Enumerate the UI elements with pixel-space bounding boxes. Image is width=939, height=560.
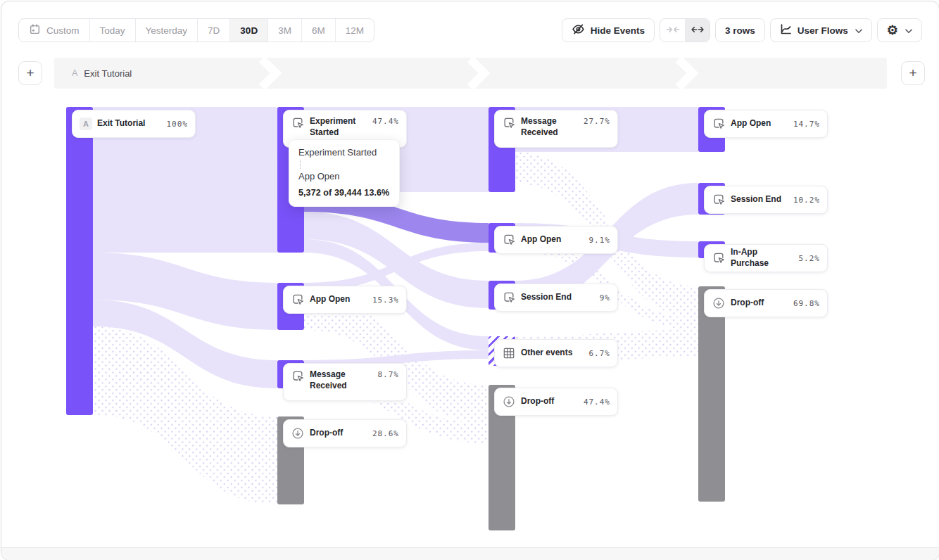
date-range-label: 12M xyxy=(346,25,364,36)
flow-node-message-received-3[interactable]: Message Received27.7% xyxy=(494,110,618,148)
footer-strip xyxy=(1,547,939,560)
flow-node-in-app-purchase-4[interactable]: In-App Purchase5.2% xyxy=(704,244,828,272)
flow-node-app-open-2[interactable]: App Open15.3% xyxy=(283,286,407,314)
event-cursor-click-icon xyxy=(291,116,305,130)
node-label: Message Received xyxy=(310,369,373,391)
other-events-grid-icon xyxy=(502,346,516,360)
expand-columns-button[interactable] xyxy=(685,19,710,42)
flow-node-session-end-3[interactable]: Session End9% xyxy=(494,284,618,312)
tooltip-stat: 5,372 of 39,444 13.6% xyxy=(298,188,390,198)
add-step-right-button[interactable]: + xyxy=(901,61,925,85)
flow-bar-drop-off-4[interactable] xyxy=(698,286,725,502)
flow-bar-exit-tutorial[interactable] xyxy=(66,107,93,415)
event-cursor-click-icon xyxy=(502,116,516,130)
flow-node-drop-off-4[interactable]: Drop-off69.8% xyxy=(704,289,828,317)
event-cursor-click-icon xyxy=(712,117,726,131)
node-label: Experiment Started xyxy=(310,116,367,138)
expand-arrows-icon xyxy=(691,24,705,37)
date-range-label: 7D xyxy=(208,25,220,36)
toolbar: CustomTodayYesterday7D30D3M6M12M Hide Ev… xyxy=(18,18,922,42)
user-flows-window: AExit Tutorial100%Experiment Started47.4… xyxy=(1,1,939,560)
user-flows-chart-icon xyxy=(780,23,792,37)
node-percentage: 5.2% xyxy=(799,254,821,263)
node-label: Session End xyxy=(731,194,788,205)
gear-icon: ⚙ xyxy=(887,24,898,37)
date-range-7d[interactable]: 7D xyxy=(198,19,230,42)
step-a-item[interactable]: A Exit Tutorial xyxy=(72,58,132,89)
flow-node-app-open-4[interactable]: App Open14.7% xyxy=(704,110,828,138)
chevron-down-icon xyxy=(905,25,912,36)
tooltip-from-event: Experiment Started xyxy=(298,147,390,158)
event-cursor-click-icon xyxy=(712,193,726,207)
view-type-label: User Flows xyxy=(798,25,848,36)
date-range-6m[interactable]: 6M xyxy=(302,19,336,42)
step-name: Exit Tutorial xyxy=(84,68,132,79)
step-separator-chevron xyxy=(257,58,282,91)
flow-tooltip: Experiment Started App Open 5,372 of 39,… xyxy=(289,139,400,207)
node-percentage: 69.8% xyxy=(793,299,820,308)
node-label: Drop-off xyxy=(310,428,367,439)
date-range-label: Yesterday xyxy=(146,25,188,36)
settings-dropdown[interactable]: ⚙ xyxy=(877,18,922,42)
node-label: App Open xyxy=(521,234,584,246)
node-percentage: 8.7% xyxy=(378,370,400,379)
node-label: Other events xyxy=(521,348,584,359)
add-step-left-button[interactable]: + xyxy=(18,61,42,85)
flow-node-message-received-2[interactable]: Message Received8.7% xyxy=(283,363,407,401)
eye-off-icon xyxy=(572,23,585,38)
plus-icon: + xyxy=(909,65,916,81)
calendar-icon xyxy=(29,23,41,37)
node-percentage: 10.2% xyxy=(793,196,820,205)
event-cursor-click-icon xyxy=(502,233,516,247)
toolbar-right-controls: Hide Events xyxy=(562,18,922,42)
collapse-arrows-icon xyxy=(666,24,680,37)
date-range-12m[interactable]: 12M xyxy=(336,19,374,42)
node-percentage: 6.7% xyxy=(589,349,611,358)
node-percentage: 47.4% xyxy=(584,397,610,407)
drop-off-circle-arrow-icon xyxy=(502,395,516,409)
flow-node-other-events-3[interactable]: Other events6.7% xyxy=(494,339,618,367)
steps-bar: A Exit Tutorial xyxy=(54,58,887,89)
node-label: Drop-off xyxy=(521,396,579,407)
flow-node-drop-off-3[interactable]: Drop-off47.4% xyxy=(494,388,618,416)
date-range-today[interactable]: Today xyxy=(90,19,136,42)
node-percentage: 9.1% xyxy=(589,236,611,245)
node-percentage: 100% xyxy=(167,120,189,129)
node-label: Session End xyxy=(521,292,595,303)
flow-node-drop-off-2[interactable]: Drop-off28.6% xyxy=(283,419,407,447)
tooltip-to-event: App Open xyxy=(298,171,390,182)
node-label: Drop-off xyxy=(731,298,788,309)
date-range-selector: CustomTodayYesterday7D30D3M6M12M xyxy=(18,18,374,42)
collapse-expand-toggle xyxy=(660,18,710,42)
step-separator-chevron xyxy=(674,58,699,91)
date-range-custom[interactable]: Custom xyxy=(19,19,90,42)
tooltip-connector-dotted-line xyxy=(300,160,301,169)
node-percentage: 28.6% xyxy=(372,429,399,438)
plus-icon: + xyxy=(26,65,34,81)
date-range-label: 3M xyxy=(278,25,291,36)
chevron-down-icon xyxy=(855,25,862,36)
date-range-label: Custom xyxy=(46,25,80,36)
view-type-dropdown[interactable]: User Flows xyxy=(770,18,872,42)
node-percentage: 47.4% xyxy=(372,117,399,126)
flow-node-session-end-4[interactable]: Session End10.2% xyxy=(704,186,828,214)
node-percentage: 9% xyxy=(600,293,610,303)
event-cursor-click-icon xyxy=(502,291,516,305)
node-label: App Open xyxy=(310,294,367,305)
flow-node-exit-tutorial[interactable]: AExit Tutorial100% xyxy=(72,110,196,138)
step-separator-chevron xyxy=(465,58,491,91)
date-range-3m[interactable]: 3M xyxy=(268,19,302,42)
date-range-label: Today xyxy=(100,25,125,36)
flow-node-app-open-3[interactable]: App Open9.1% xyxy=(494,226,618,254)
date-range-yesterday[interactable]: Yesterday xyxy=(136,19,198,42)
event-cursor-click-icon xyxy=(712,251,726,265)
step-letter: A xyxy=(72,68,77,78)
date-range-30d[interactable]: 30D xyxy=(230,19,268,42)
hide-events-button[interactable]: Hide Events xyxy=(562,18,655,42)
collapse-columns-button[interactable] xyxy=(660,19,685,42)
node-label: App Open xyxy=(731,118,788,129)
hide-events-label: Hide Events xyxy=(591,25,645,36)
rows-button[interactable]: 3 rows xyxy=(715,18,765,42)
node-label: Message Received xyxy=(521,116,579,138)
node-percentage: 14.7% xyxy=(793,120,820,129)
